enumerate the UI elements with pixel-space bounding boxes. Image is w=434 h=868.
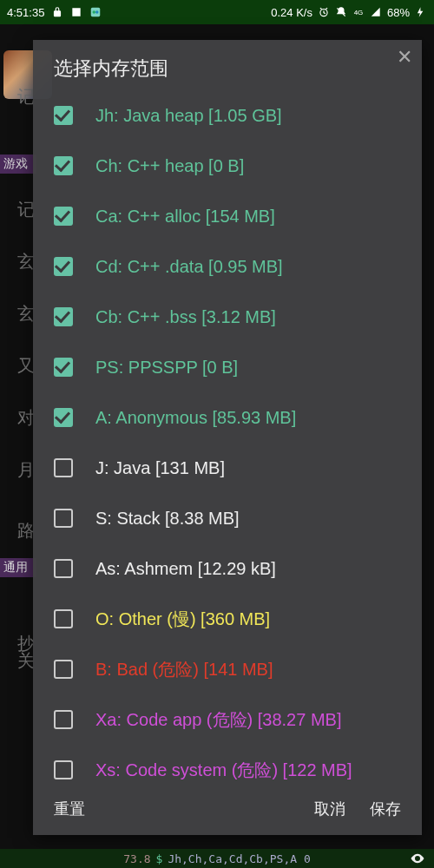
status-right: 0.24 K/s 4G 68% bbox=[271, 6, 427, 19]
checkbox[interactable] bbox=[54, 660, 73, 679]
alarm-icon bbox=[318, 6, 330, 18]
memory-range-label: S: Stack [8.38 MB] bbox=[95, 509, 240, 529]
signal-icon: 4G bbox=[352, 6, 365, 18]
memory-range-row[interactable]: Cd: C++ .data [0.95 MB] bbox=[54, 241, 411, 292]
checkbox[interactable] bbox=[54, 609, 73, 628]
bg-text: 记 bbox=[17, 85, 35, 108]
checkbox[interactable] bbox=[54, 408, 73, 427]
svg-point-2 bbox=[95, 10, 99, 14]
memory-range-row[interactable]: Ch: C++ heap [0 B] bbox=[54, 141, 411, 191]
bg-text: 对 bbox=[17, 406, 35, 430]
checkbox[interactable] bbox=[54, 106, 73, 125]
memory-range-row[interactable]: Ca: C++ alloc [154 MB] bbox=[54, 191, 411, 241]
memory-range-label: Xa: Code app (危险) [38.27 MB] bbox=[95, 708, 341, 732]
memory-range-label: O: Other (慢) [360 MB] bbox=[95, 608, 270, 631]
bg-text: 月 bbox=[17, 458, 35, 482]
memory-range-label: Jh: Java heap [1.05 GB] bbox=[95, 106, 282, 126]
dialog-title: 选择内存范围 bbox=[33, 40, 422, 90]
memory-range-row[interactable]: J: Java [131 MB] bbox=[54, 443, 411, 493]
checkbox[interactable] bbox=[54, 509, 73, 528]
bg-text: 又 bbox=[17, 354, 35, 378]
charging-icon bbox=[415, 6, 427, 18]
memory-range-row[interactable]: Jh: Java heap [1.05 GB] bbox=[54, 90, 411, 141]
bg-text: 关 bbox=[17, 649, 35, 673]
bottom-number: 73.8 bbox=[123, 852, 150, 865]
memory-range-label: Cb: C++ .bss [3.12 MB] bbox=[95, 307, 276, 327]
image-icon bbox=[70, 6, 82, 18]
checkbox[interactable] bbox=[54, 760, 73, 779]
battery-percent: 68% bbox=[387, 6, 410, 19]
bottom-status-bar: 73.8 $ Jh,Ch,Ca,Cd,Cb,PS,A 0 bbox=[0, 849, 434, 868]
svg-point-4 bbox=[417, 858, 419, 860]
checkbox[interactable] bbox=[54, 156, 73, 175]
memory-range-label: Ca: C++ alloc [154 MB] bbox=[95, 207, 275, 227]
memory-range-label: As: Ashmem [12.29 kB] bbox=[95, 559, 276, 579]
memory-range-row[interactable]: Cb: C++ .bss [3.12 MB] bbox=[54, 292, 411, 342]
memory-range-label: Cd: C++ .data [0.95 MB] bbox=[95, 257, 283, 277]
checkbox[interactable] bbox=[54, 307, 73, 326]
memory-range-label: PS: PPSSPP [0 B] bbox=[95, 358, 238, 378]
memory-range-list: Jh: Java heap [1.05 GB]Ch: C++ heap [0 B… bbox=[33, 90, 422, 786]
cancel-button[interactable]: 取消 bbox=[314, 799, 345, 819]
net-speed: 0.24 K/s bbox=[271, 6, 312, 19]
dialog-button-row: 重置 取消 保存 bbox=[33, 786, 422, 835]
bg-text: 玄 bbox=[17, 302, 35, 326]
memory-range-label: Ch: C++ heap [0 B] bbox=[95, 156, 244, 176]
checkbox[interactable] bbox=[54, 559, 73, 578]
bg-tag: 通用 bbox=[0, 558, 36, 577]
memory-range-label: Xs: Code system (危险) [122 MB] bbox=[95, 759, 352, 782]
memory-range-dialog: ✕ 选择内存范围 Jh: Java heap [1.05 GB]Ch: C++ … bbox=[33, 40, 422, 835]
bg-tag: 游戏 bbox=[0, 155, 36, 174]
checkbox[interactable] bbox=[54, 358, 73, 377]
bottom-regions: Jh,Ch,Ca,Cd,Cb,PS,A 0 bbox=[168, 852, 310, 865]
save-button[interactable]: 保存 bbox=[370, 799, 401, 819]
checkbox[interactable] bbox=[54, 257, 73, 276]
reset-button[interactable]: 重置 bbox=[54, 799, 85, 819]
bg-text: 玄 bbox=[17, 250, 35, 273]
signal-bars-icon bbox=[370, 6, 382, 18]
memory-range-label: J: Java [131 MB] bbox=[95, 458, 225, 478]
checkbox[interactable] bbox=[54, 458, 73, 477]
status-left: 4:51:35 bbox=[7, 6, 102, 19]
eye-icon[interactable] bbox=[410, 851, 425, 866]
app-icon bbox=[89, 6, 102, 18]
memory-range-row[interactable]: Xs: Code system (危险) [122 MB] bbox=[54, 745, 411, 786]
memory-range-label: B: Bad (危险) [141 MB] bbox=[95, 658, 273, 681]
memory-range-row[interactable]: O: Other (慢) [360 MB] bbox=[54, 594, 411, 644]
svg-point-1 bbox=[93, 10, 96, 14]
lock-icon bbox=[51, 6, 63, 18]
checkbox[interactable] bbox=[54, 207, 73, 226]
memory-range-row[interactable]: As: Ashmem [12.29 kB] bbox=[54, 543, 411, 594]
memory-range-row[interactable]: A: Anonymous [85.93 MB] bbox=[54, 392, 411, 443]
memory-range-row[interactable]: Xa: Code app (危险) [38.27 MB] bbox=[54, 694, 411, 745]
bg-text: 路 bbox=[17, 519, 35, 542]
status-time: 4:51:35 bbox=[7, 6, 44, 19]
memory-range-row[interactable]: PS: PPSSPP [0 B] bbox=[54, 342, 411, 392]
bg-text: 记 bbox=[17, 198, 35, 221]
checkbox[interactable] bbox=[54, 710, 73, 729]
memory-range-label: A: Anonymous [85.93 MB] bbox=[95, 408, 296, 428]
status-bar: 4:51:35 0.24 K/s 4G 68% bbox=[0, 0, 434, 24]
close-icon[interactable]: ✕ bbox=[392, 45, 417, 69]
bell-off-icon bbox=[335, 6, 347, 18]
memory-range-row[interactable]: S: Stack [8.38 MB] bbox=[54, 493, 411, 543]
dollar-icon: $ bbox=[156, 852, 163, 865]
memory-range-row[interactable]: B: Bad (危险) [141 MB] bbox=[54, 644, 411, 694]
